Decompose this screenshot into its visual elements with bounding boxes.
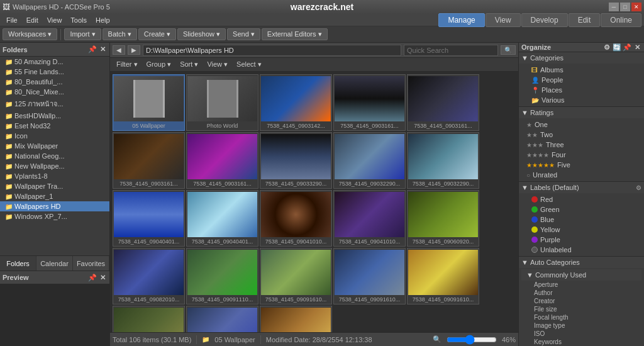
org-pin-icon[interactable]: 📌: [623, 43, 631, 52]
category-places[interactable]: 📍 Places: [521, 85, 641, 95]
rating-unrated[interactable]: ○ Unrated: [521, 170, 641, 180]
thumbnail-area[interactable]: 05 Wallpaper Photo World 7538_4145_09031…: [110, 72, 518, 332]
thumbnail-item[interactable]: 7538_4145_09091610...: [407, 248, 479, 304]
auto-cat-author[interactable]: Author: [521, 289, 641, 297]
auto-cat-creator[interactable]: Creator: [521, 297, 641, 305]
auto-cat-filesize[interactable]: File size: [521, 305, 641, 313]
create-button[interactable]: Create ▾: [138, 28, 176, 40]
view-tab[interactable]: View: [486, 13, 521, 27]
folder-item[interactable]: 📁Vplants1-8: [0, 171, 109, 181]
menu-help[interactable]: Help: [92, 15, 114, 25]
folder-item[interactable]: 📁National Geog...: [0, 151, 109, 161]
category-various[interactable]: 📂 Various: [521, 95, 641, 105]
folder-item[interactable]: 📁Wallpaper Tra...: [0, 181, 109, 191]
sort-button[interactable]: Sort ▾: [176, 60, 202, 69]
rating-5[interactable]: ★★★★★ Five: [521, 160, 641, 170]
settings-icon[interactable]: ⚙: [602, 43, 611, 52]
folder-item[interactable]: 📁Windows XP_7...: [0, 211, 109, 221]
preview-pin-icon[interactable]: 📌: [88, 273, 97, 282]
pin-icon[interactable]: 📌: [88, 45, 97, 54]
folder-item[interactable]: 📁80_Beautiful_...: [0, 77, 109, 87]
thumbnail-item[interactable]: 7538_4145_09121010...: [260, 306, 332, 332]
thumbnail-item[interactable]: 7538_4145_0903161...: [186, 132, 258, 189]
folder-item[interactable]: 📁55 Fine Lands...: [0, 67, 109, 77]
ratings-header[interactable]: ▼ Ratings: [519, 107, 644, 118]
auto-cat-keywords[interactable]: Keywords: [521, 338, 641, 346]
folder-item[interactable]: 📁80_Nice_Mixe...: [0, 87, 109, 97]
folder-item-selected[interactable]: 📁Wallpapers HD: [0, 201, 109, 211]
auto-cat-iso[interactable]: ISO: [521, 330, 641, 338]
menu-file[interactable]: File: [3, 15, 21, 25]
menu-edit[interactable]: Edit: [23, 15, 42, 25]
thumbnail-item[interactable]: Photo World: [186, 74, 258, 131]
menu-tools[interactable]: Tools: [67, 15, 91, 25]
folder-item[interactable]: 📁Wallpaper_1: [0, 191, 109, 201]
rating-4[interactable]: ★★★★ Four: [521, 150, 641, 160]
folder-item[interactable]: 📁125 ภาพหน้าจ...: [0, 97, 109, 111]
label-green[interactable]: Green: [521, 204, 641, 215]
auto-categories-header[interactable]: ▼ Auto Categories: [519, 257, 644, 268]
nav-forward-button[interactable]: ▶: [128, 45, 140, 55]
thumbnail-item[interactable]: 7538_4145_09040401...: [113, 190, 185, 247]
label-blue[interactable]: Blue: [521, 215, 641, 225]
thumbnail-item[interactable]: 7538_4145_0903161...: [333, 74, 406, 131]
folder-item[interactable]: 📁50 Amazing D...: [0, 57, 109, 67]
thumbnail-item[interactable]: 7538_4145_0903161...: [407, 74, 479, 131]
search-button[interactable]: 🔍: [501, 45, 516, 55]
thumbnail-item[interactable]: 7538_4145_09060920...: [407, 190, 479, 247]
view-button[interactable]: View ▾: [203, 60, 231, 69]
thumbnail-item[interactable]: 7538_4145_0903161...: [113, 132, 185, 189]
thumbnail-item[interactable]: 7538_4145_0903142...: [260, 74, 332, 131]
menu-view[interactable]: View: [43, 15, 66, 25]
thumbnail-item[interactable]: 7538_4145_09096510...: [113, 306, 185, 332]
folder-item[interactable]: 📁New Wallpape...: [0, 161, 109, 171]
labels-settings-icon[interactable]: ⚙: [636, 184, 641, 191]
tab-calendar[interactable]: Calendar: [36, 256, 73, 271]
rating-2[interactable]: ★★ Two: [521, 130, 641, 140]
minimize-button[interactable]: ─: [609, 3, 619, 11]
maximize-button[interactable]: □: [620, 3, 630, 11]
thumbnail-item[interactable]: 7538_4145_09033290...: [260, 132, 332, 189]
nav-back-button[interactable]: ◀: [113, 45, 125, 55]
label-red[interactable]: Red: [521, 194, 641, 204]
edit-tab[interactable]: Edit: [569, 13, 601, 27]
external-editors-button[interactable]: External Editors ▾: [262, 28, 328, 40]
develop-tab[interactable]: Develop: [521, 13, 568, 27]
preview-close-icon[interactable]: ✕: [98, 273, 107, 282]
rating-1[interactable]: ★ One: [521, 120, 641, 130]
folder-tree[interactable]: 📁50 Amazing D... 📁55 Fine Lands... 📁80_B…: [0, 57, 109, 255]
org-close-icon[interactable]: ✕: [633, 43, 641, 52]
thumbnail-item[interactable]: 7538_4145_09121010...: [186, 306, 258, 332]
path-input[interactable]: [143, 45, 401, 56]
zoom-slider[interactable]: [447, 337, 497, 343]
thumbnail-item[interactable]: 7538_4145_09032290...: [333, 132, 406, 189]
refresh-icon[interactable]: 🔄: [613, 43, 621, 52]
thumbnail-item[interactable]: 7538_4145_09091610...: [333, 248, 406, 304]
label-yellow[interactable]: Yellow: [521, 225, 641, 235]
group-button[interactable]: Group ▾: [143, 60, 175, 69]
thumbnail-item[interactable]: 7538_4145_09040401...: [186, 190, 258, 247]
search-input[interactable]: [404, 45, 498, 56]
workspaces-button[interactable]: Workspaces ▾: [3, 28, 57, 40]
folder-item[interactable]: 📁Icon: [0, 131, 109, 141]
tab-favorites[interactable]: Favorites: [73, 256, 109, 271]
thumbnail-item[interactable]: 05 Wallpaper: [113, 74, 185, 131]
titlebar-controls[interactable]: ─ □ ✕: [609, 3, 641, 11]
send-button[interactable]: Send ▾: [227, 28, 260, 40]
select-button[interactable]: Select ▾: [233, 60, 265, 69]
thumbnail-item[interactable]: 7538_4145_09091110...: [186, 248, 258, 304]
rating-3[interactable]: ★★★ Three: [521, 140, 641, 150]
folder-item[interactable]: 📁BestHDWallp...: [0, 111, 109, 121]
folder-item[interactable]: 📁Mix Wallpaper: [0, 141, 109, 151]
thumbnail-item[interactable]: 7538_4145_09041010...: [333, 190, 406, 247]
auto-cat-imagetype[interactable]: Image type: [521, 321, 641, 330]
commonly-used-header[interactable]: ▼ Commonly Used: [521, 269, 641, 281]
batch-button[interactable]: Batch ▾: [103, 28, 137, 40]
online-tab[interactable]: Online: [601, 13, 641, 27]
folder-item[interactable]: 📁Eset Nod32: [0, 121, 109, 131]
category-albums[interactable]: 🎞 Albums: [521, 65, 641, 75]
auto-cat-focal[interactable]: Focal length: [521, 313, 641, 321]
panel-close-icon[interactable]: ✕: [98, 45, 107, 54]
tab-folders[interactable]: Folders: [0, 256, 36, 271]
thumbnail-item[interactable]: 7538_4145_09082010...: [113, 248, 185, 304]
